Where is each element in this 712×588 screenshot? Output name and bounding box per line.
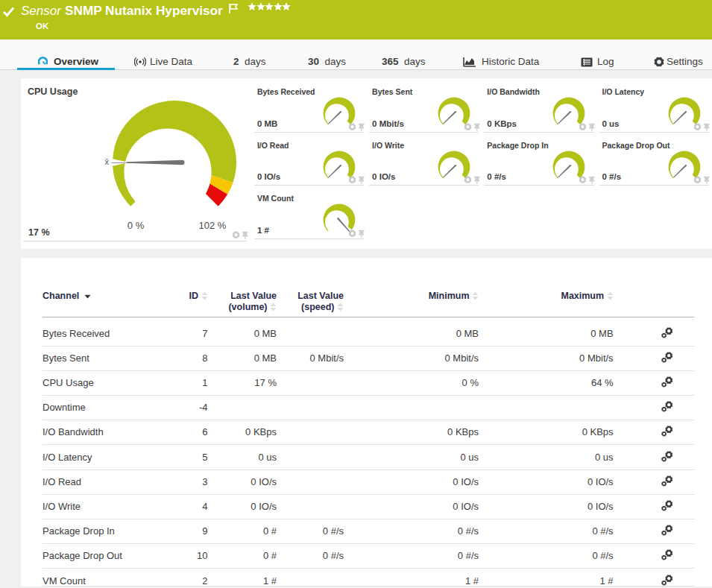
svg-text:x̄: x̄ xyxy=(105,157,110,166)
